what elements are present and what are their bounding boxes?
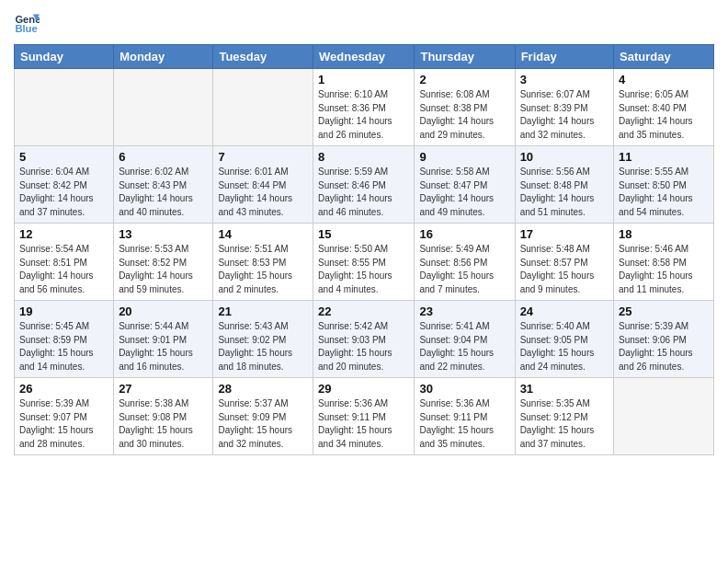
day-info: Sunset: 9:08 PM bbox=[119, 411, 208, 425]
day-number: 26 bbox=[19, 382, 108, 396]
day-number: 5 bbox=[19, 150, 108, 164]
day-info: Sunrise: 5:58 AM bbox=[419, 166, 509, 179]
day-info: Sunset: 8:38 PM bbox=[419, 102, 509, 116]
calendar-cell: 19Sunrise: 5:45 AMSunset: 8:59 PMDayligh… bbox=[15, 301, 114, 378]
week-row-2: 5Sunrise: 6:04 AMSunset: 8:42 PMDaylight… bbox=[15, 146, 714, 224]
day-info: Sunrise: 5:54 AM bbox=[19, 243, 108, 257]
day-info: Sunset: 8:40 PM bbox=[619, 102, 709, 116]
day-info: Sunset: 8:59 PM bbox=[19, 334, 108, 348]
calendar-cell: 27Sunrise: 5:38 AMSunset: 9:08 PMDayligh… bbox=[114, 378, 213, 455]
day-info: Sunset: 8:57 PM bbox=[520, 257, 609, 270]
day-info: Sunrise: 5:53 AM bbox=[119, 243, 208, 257]
day-number: 19 bbox=[19, 304, 108, 318]
calendar-cell: 31Sunrise: 5:35 AMSunset: 9:12 PMDayligh… bbox=[515, 378, 613, 455]
day-number: 6 bbox=[119, 150, 208, 164]
day-info: Sunset: 8:51 PM bbox=[19, 257, 108, 270]
calendar-cell: 18Sunrise: 5:46 AMSunset: 8:58 PMDayligh… bbox=[614, 224, 714, 301]
week-row-1: 1Sunrise: 6:10 AMSunset: 8:36 PMDaylight… bbox=[15, 69, 714, 146]
day-info: Daylight: 14 hours and 26 minutes. bbox=[318, 115, 409, 142]
day-info: Sunrise: 6:08 AM bbox=[419, 88, 509, 102]
calendar-cell: 1Sunrise: 6:10 AMSunset: 8:36 PMDaylight… bbox=[313, 69, 415, 146]
day-info: Sunset: 8:48 PM bbox=[520, 179, 609, 193]
svg-text:Blue: Blue bbox=[15, 23, 37, 34]
weekday-header-row: SundayMondayTuesdayWednesdayThursdayFrid… bbox=[15, 45, 714, 69]
day-number: 25 bbox=[619, 304, 709, 318]
day-info: Daylight: 15 hours and 16 minutes. bbox=[119, 347, 208, 373]
day-info: Sunset: 8:55 PM bbox=[318, 257, 409, 270]
day-info: Daylight: 15 hours and 32 minutes. bbox=[218, 424, 308, 451]
day-number: 2 bbox=[419, 73, 509, 86]
day-info: Sunrise: 5:37 AM bbox=[218, 397, 308, 411]
day-number: 16 bbox=[419, 227, 509, 241]
day-info: Sunset: 8:47 PM bbox=[419, 179, 509, 193]
day-info: Daylight: 15 hours and 2 minutes. bbox=[218, 270, 308, 296]
day-info: Sunrise: 5:39 AM bbox=[19, 397, 108, 411]
week-row-3: 12Sunrise: 5:54 AMSunset: 8:51 PMDayligh… bbox=[15, 224, 714, 301]
calendar-cell: 24Sunrise: 5:40 AMSunset: 9:05 PMDayligh… bbox=[515, 301, 613, 378]
day-info: Sunset: 9:12 PM bbox=[520, 411, 609, 425]
day-info: Daylight: 15 hours and 26 minutes. bbox=[619, 347, 709, 373]
day-info: Daylight: 15 hours and 35 minutes. bbox=[419, 424, 509, 451]
week-row-5: 26Sunrise: 5:39 AMSunset: 9:07 PMDayligh… bbox=[15, 378, 714, 455]
day-info: Sunrise: 5:59 AM bbox=[318, 166, 409, 179]
day-info: Sunrise: 5:43 AM bbox=[218, 320, 308, 334]
calendar-cell: 29Sunrise: 5:36 AMSunset: 9:11 PMDayligh… bbox=[313, 378, 415, 455]
day-info: Sunrise: 5:42 AM bbox=[318, 320, 409, 334]
day-info: Sunset: 9:01 PM bbox=[119, 334, 208, 348]
day-info: Daylight: 14 hours and 32 minutes. bbox=[520, 115, 609, 142]
day-info: Daylight: 14 hours and 49 minutes. bbox=[419, 192, 509, 219]
weekday-header-thursday: Thursday bbox=[415, 45, 515, 69]
day-info: Sunrise: 5:44 AM bbox=[119, 320, 208, 334]
day-info: Daylight: 14 hours and 54 minutes. bbox=[619, 192, 709, 219]
calendar-cell bbox=[15, 69, 114, 146]
calendar-cell: 4Sunrise: 6:05 AMSunset: 8:40 PMDaylight… bbox=[614, 69, 714, 146]
day-number: 8 bbox=[318, 150, 409, 164]
day-number: 10 bbox=[520, 150, 609, 164]
day-info: Daylight: 14 hours and 51 minutes. bbox=[520, 192, 609, 219]
day-info: Sunset: 9:11 PM bbox=[318, 411, 409, 425]
day-info: Sunrise: 5:35 AM bbox=[520, 397, 609, 411]
day-number: 12 bbox=[19, 227, 108, 241]
day-info: Sunrise: 5:56 AM bbox=[520, 166, 609, 179]
calendar-cell: 16Sunrise: 5:49 AMSunset: 8:56 PMDayligh… bbox=[415, 224, 515, 301]
day-info: Sunset: 8:43 PM bbox=[119, 179, 208, 193]
day-info: Sunset: 8:50 PM bbox=[619, 179, 709, 193]
day-info: Sunrise: 6:02 AM bbox=[119, 166, 208, 179]
day-info: Sunset: 8:42 PM bbox=[19, 179, 108, 193]
day-info: Sunset: 9:06 PM bbox=[619, 334, 709, 348]
day-info: Sunset: 9:05 PM bbox=[520, 334, 609, 348]
day-number: 4 bbox=[619, 73, 709, 86]
day-info: Sunset: 8:44 PM bbox=[218, 179, 308, 193]
calendar-cell: 15Sunrise: 5:50 AMSunset: 8:55 PMDayligh… bbox=[313, 224, 415, 301]
calendar-cell bbox=[114, 69, 213, 146]
day-number: 18 bbox=[619, 227, 709, 241]
logo-icon: General Blue bbox=[14, 9, 40, 35]
day-number: 31 bbox=[520, 382, 609, 396]
week-row-4: 19Sunrise: 5:45 AMSunset: 8:59 PMDayligh… bbox=[15, 301, 714, 378]
day-info: Daylight: 15 hours and 4 minutes. bbox=[318, 270, 409, 296]
day-info: Sunset: 9:04 PM bbox=[419, 334, 509, 348]
day-info: Sunset: 8:58 PM bbox=[619, 257, 709, 270]
page: General Blue SundayMondayTuesdayWednesda… bbox=[0, 0, 728, 465]
weekday-header-sunday: Sunday bbox=[15, 45, 114, 69]
day-info: Sunset: 8:53 PM bbox=[218, 257, 308, 270]
day-info: Sunset: 9:07 PM bbox=[19, 411, 108, 425]
day-info: Sunset: 9:09 PM bbox=[218, 411, 308, 425]
calendar-cell: 28Sunrise: 5:37 AMSunset: 9:09 PMDayligh… bbox=[213, 378, 313, 455]
day-info: Sunrise: 6:04 AM bbox=[19, 166, 108, 179]
day-number: 15 bbox=[318, 227, 409, 241]
day-number: 22 bbox=[318, 304, 409, 318]
day-info: Sunset: 9:03 PM bbox=[318, 334, 409, 348]
day-number: 23 bbox=[419, 304, 509, 318]
day-number: 9 bbox=[419, 150, 509, 164]
day-info: Sunrise: 5:51 AM bbox=[218, 243, 308, 257]
day-info: Sunset: 9:11 PM bbox=[419, 411, 509, 425]
day-number: 13 bbox=[119, 227, 208, 241]
calendar-cell: 10Sunrise: 5:56 AMSunset: 8:48 PMDayligh… bbox=[515, 146, 613, 224]
day-number: 28 bbox=[218, 382, 308, 396]
day-info: Daylight: 15 hours and 18 minutes. bbox=[218, 347, 308, 373]
day-info: Daylight: 15 hours and 37 minutes. bbox=[520, 424, 609, 451]
day-info: Sunrise: 5:46 AM bbox=[619, 243, 709, 257]
calendar-cell: 22Sunrise: 5:42 AMSunset: 9:03 PMDayligh… bbox=[313, 301, 415, 378]
day-info: Sunset: 8:56 PM bbox=[419, 257, 509, 270]
